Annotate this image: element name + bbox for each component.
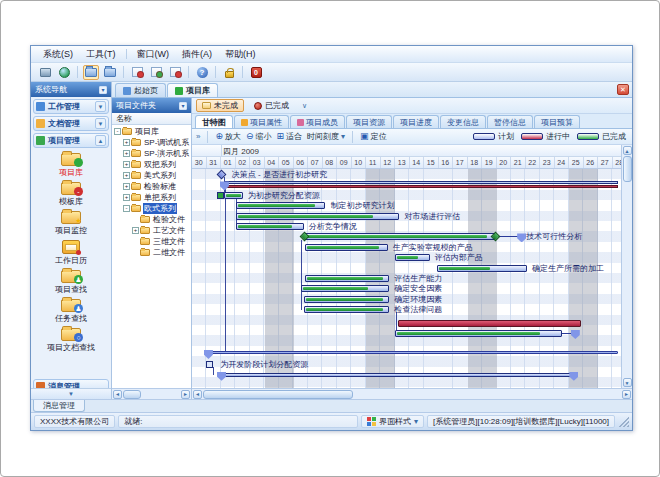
task-bar[interactable] [236, 223, 304, 230]
sidebar-item-项目监控[interactable]: ★项目监控 [55, 211, 87, 236]
sidebar-item-项目查找[interactable]: ♟项目查找 [55, 270, 87, 295]
chevron-down-icon[interactable]: ▼ [95, 101, 106, 112]
tree-expander-icon[interactable]: + [123, 172, 130, 179]
inprogress-bar[interactable] [398, 320, 581, 327]
tree-node-欧式系列[interactable]: -欧式系列 [112, 203, 191, 214]
summary-progress-bar[interactable] [224, 185, 618, 188]
gantt-tab-暂停信息[interactable]: 暂停信息 [487, 115, 533, 128]
filter-已完成[interactable]: 已完成 [248, 99, 295, 112]
scrollbar-thumb[interactable] [123, 390, 141, 399]
plan-line-bar[interactable] [208, 351, 618, 354]
sidebar-group-1[interactable]: 工作管理▼ [33, 99, 109, 114]
power-button[interactable]: 0 [248, 65, 264, 80]
gantt-tab-变更信息[interactable]: 变更信息 [440, 115, 486, 128]
gantt-tab-项目进度[interactable]: 项目进度 [393, 115, 439, 128]
tree-expander-icon[interactable]: - [123, 205, 130, 212]
scrollbar-thumb[interactable] [203, 390, 353, 399]
gantt-horizontal-scrollbar[interactable]: ◄ ► [192, 388, 632, 399]
milestone-square[interactable] [206, 361, 213, 368]
tree-expander-icon[interactable]: + [123, 150, 130, 157]
form-refresh-button[interactable] [148, 65, 164, 80]
menu-item-2[interactable]: 工具(T) [80, 47, 122, 62]
sidebar-group-2[interactable]: 文档管理▼ [33, 116, 109, 131]
form-report-button[interactable] [129, 65, 145, 80]
tree-node-单把系列[interactable]: +单把系列 [112, 192, 191, 203]
scrollbar-thumb[interactable] [623, 156, 632, 182]
summary-plan-bar[interactable] [224, 181, 618, 184]
tree-expander-icon[interactable]: + [123, 139, 130, 146]
gantt-tab-甘特图[interactable]: 甘特图 [195, 115, 233, 128]
task-bar[interactable] [236, 213, 400, 220]
chevron-down-icon[interactable]: ▼ [95, 118, 106, 129]
sidebar-item-项目库[interactable]: 项目库 [59, 153, 83, 178]
globe-button[interactable] [56, 65, 72, 80]
tree-node-双把系列[interactable]: +双把系列 [112, 159, 191, 170]
milestone-diamond[interactable] [217, 170, 227, 180]
pin-icon[interactable]: ▾ [99, 86, 107, 94]
zoom-in-button[interactable]: ⊕放大 [215, 131, 241, 142]
tree-node-项目库[interactable]: -项目库 [112, 126, 191, 137]
folder-window-button[interactable] [102, 65, 118, 80]
gantt-tab-项目属性[interactable]: 项目属性 [234, 115, 289, 128]
sidebar-group-messages[interactable]: 消息管理 [33, 379, 109, 388]
scroll-right-icon[interactable]: ► [181, 390, 190, 399]
tree-expander-icon[interactable]: + [123, 183, 130, 190]
folder-open-button[interactable] [83, 65, 99, 80]
tree-node-SP-调试机系[interactable]: +SP-调试机系 [112, 137, 191, 148]
menu-item-1[interactable]: 系统(S) [37, 47, 79, 62]
sidebar-overflow-button[interactable]: ▼ [31, 388, 111, 399]
tree-expander-icon[interactable]: + [132, 227, 139, 234]
tree-node-SP-演示机系[interactable]: +SP-演示机系 [112, 148, 191, 159]
form-delete-button[interactable] [167, 65, 183, 80]
task-bar[interactable] [236, 202, 326, 209]
tree-node-三维文件[interactable]: 三维文件 [112, 236, 191, 247]
tree-node-工艺文件[interactable]: +工艺文件 [112, 225, 191, 236]
scroll-left-icon[interactable]: ◄ [193, 390, 202, 399]
scroll-right-icon[interactable]: ► [622, 390, 631, 399]
task-bar[interactable] [304, 233, 495, 240]
scroll-up-icon[interactable]: ▲ [623, 146, 632, 155]
tree-node-检验文件[interactable]: 检验文件 [112, 214, 191, 225]
menu-item-5[interactable]: 帮助(H) [219, 47, 262, 62]
task-bar[interactable] [304, 296, 390, 303]
zoom-out-button[interactable]: ⊖缩小 [246, 131, 272, 142]
task-bar[interactable] [304, 306, 390, 313]
filter-未完成[interactable]: 未完成 [196, 99, 244, 112]
task-bar[interactable] [224, 192, 243, 199]
style-button[interactable]: 界面样式 ▾ [361, 415, 424, 428]
gantt-tab-项目资源[interactable]: 项目资源 [346, 115, 392, 128]
menu-item-3[interactable]: 窗口(W) [131, 47, 176, 62]
chevron-up-icon[interactable]: ▲ [95, 135, 106, 146]
task-bar[interactable] [395, 254, 430, 261]
gantt-tab-项目成员[interactable]: 项目成员 [290, 115, 345, 128]
sidebar-item-模板库[interactable]: -模板库 [59, 182, 83, 207]
tree-horizontal-scrollbar[interactable]: ◄ ► [112, 388, 191, 399]
tree-expander-icon[interactable]: - [114, 128, 121, 135]
toolbar-chevron-icon[interactable]: » [196, 132, 200, 141]
doc-tab-项目库[interactable]: 项目库 [167, 83, 218, 97]
gantt-vertical-scrollbar[interactable]: ▲ ▼ [621, 145, 632, 388]
tree-expander-icon[interactable]: + [123, 161, 130, 168]
task-bar[interactable] [301, 285, 389, 292]
lock-button[interactable] [221, 65, 237, 80]
sidebar-item-项目文档查找[interactable]: ○项目文档查找 [47, 328, 95, 353]
close-tab-button[interactable]: ✕ [617, 84, 629, 95]
tree-node-二维文件[interactable]: 二维文件 [112, 247, 191, 258]
locate-button[interactable]: ▣定位 [360, 131, 387, 142]
task-bar[interactable] [395, 330, 562, 337]
fit-button[interactable]: ⊞适合 [277, 131, 303, 142]
sidebar-group-3[interactable]: 项目管理▲ [33, 133, 109, 148]
scroll-left-icon[interactable]: ◄ [113, 390, 122, 399]
gantt-tab-项目预算[interactable]: 项目预算 [534, 115, 580, 128]
pin-icon[interactable]: ▾ [179, 102, 187, 110]
scroll-down-icon[interactable]: ▼ [623, 378, 632, 387]
tab-message-management[interactable]: 消息管理 [33, 400, 85, 412]
tree-node-检验标准[interactable]: +检验标准 [112, 181, 191, 192]
summary-thin-bar[interactable] [221, 373, 573, 377]
tree-expander-icon[interactable]: + [123, 194, 130, 201]
task-bar[interactable] [437, 265, 527, 272]
sidebar-item-工作日历[interactable]: 工作日历 [55, 240, 87, 266]
timescale-dropdown[interactable]: 时间刻度▾ [307, 131, 345, 142]
doc-tab-起始页[interactable]: 起始页 [115, 83, 166, 97]
resize-grip[interactable] [619, 417, 629, 427]
